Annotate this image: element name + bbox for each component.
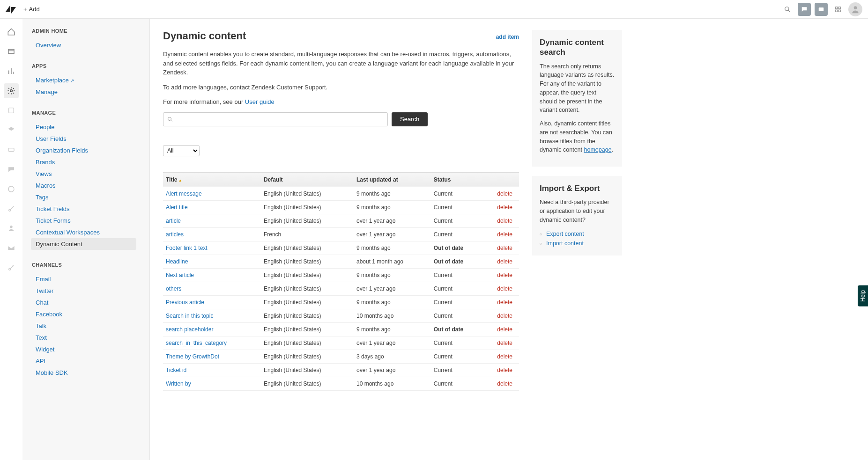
- row-title-link[interactable]: Previous article: [166, 299, 204, 306]
- search-icon[interactable]: [781, 3, 794, 16]
- row-title-link[interactable]: Alert message: [166, 190, 202, 197]
- sidebar[interactable]: ADMIN HOMEOverviewAPPSMarketplaceManageM…: [22, 19, 150, 460]
- avatar[interactable]: [848, 2, 862, 16]
- add-button[interactable]: + Add: [23, 6, 40, 13]
- sidebar-item-manage[interactable]: Manage: [32, 86, 149, 98]
- row-title-link[interactable]: search_in_this_category: [166, 340, 227, 346]
- sidebar-item-people[interactable]: People: [32, 121, 149, 133]
- sidebar-item-brands[interactable]: Brands: [32, 156, 149, 168]
- delete-link[interactable]: delete: [497, 353, 512, 360]
- delete-link[interactable]: delete: [497, 340, 512, 346]
- row-title-link[interactable]: search placeholder: [166, 326, 213, 333]
- help-tab[interactable]: Help: [858, 285, 868, 307]
- row-title-link[interactable]: articles: [166, 231, 184, 238]
- sidebar-item-mobile-sdk[interactable]: Mobile SDK: [32, 367, 149, 379]
- gear-icon[interactable]: [4, 83, 19, 98]
- add-item-link[interactable]: add item: [496, 34, 519, 40]
- row-updated: 9 months ago: [354, 268, 431, 282]
- row-title-link[interactable]: Headline: [166, 258, 188, 265]
- rail-icon-6[interactable]: [4, 123, 19, 138]
- plus-icon: +: [23, 6, 27, 13]
- row-title-link[interactable]: Next article: [166, 272, 194, 278]
- filter-select[interactable]: All: [163, 145, 200, 156]
- reporting-icon[interactable]: [4, 64, 19, 79]
- delete-link[interactable]: delete: [497, 218, 512, 224]
- sidebar-item-user-fields[interactable]: User Fields: [32, 133, 149, 145]
- row-status: Current: [431, 227, 483, 241]
- row-title-link[interactable]: article: [166, 218, 181, 224]
- row-title-link[interactable]: others: [166, 285, 181, 292]
- export-link[interactable]: Export content: [540, 229, 615, 239]
- search-button[interactable]: Search: [392, 112, 428, 126]
- delete-link[interactable]: delete: [497, 299, 512, 306]
- rail-icon-9[interactable]: [4, 182, 19, 197]
- tickets-icon[interactable]: [4, 44, 19, 59]
- delete-link[interactable]: delete: [497, 313, 512, 319]
- row-updated: 9 months ago: [354, 295, 431, 309]
- delete-link[interactable]: delete: [497, 272, 512, 278]
- chat-icon[interactable]: [798, 3, 811, 16]
- sidebar-item-twitter[interactable]: Twitter: [32, 285, 149, 297]
- sidebar-item-dynamic-content[interactable]: Dynamic Content: [31, 238, 136, 250]
- rail-icon-11[interactable]: [4, 221, 19, 236]
- notifications-icon[interactable]: [815, 3, 828, 16]
- sidebar-item-marketplace[interactable]: Marketplace: [32, 74, 149, 86]
- home-icon[interactable]: [4, 24, 19, 39]
- delete-link[interactable]: delete: [497, 204, 512, 211]
- rail-icon-10[interactable]: [4, 201, 19, 216]
- sidebar-item-talk[interactable]: Talk: [32, 320, 149, 332]
- rail-icon-5[interactable]: [4, 103, 19, 118]
- delete-link[interactable]: delete: [497, 285, 512, 292]
- sidebar-item-tags[interactable]: Tags: [32, 191, 149, 203]
- rail-icon-7[interactable]: [4, 142, 19, 157]
- row-default: English (United States): [261, 200, 354, 214]
- delete-link[interactable]: delete: [497, 245, 512, 251]
- delete-link[interactable]: delete: [497, 258, 512, 265]
- export-link[interactable]: Import content: [540, 239, 615, 248]
- col-title[interactable]: Title: [163, 172, 261, 187]
- sidebar-item-chat[interactable]: Chat: [32, 297, 149, 308]
- sidebar-item-ticket-forms[interactable]: Ticket Forms: [32, 215, 149, 226]
- search-input[interactable]: [173, 116, 384, 123]
- row-title-link[interactable]: Theme by GrowthDot: [166, 353, 219, 360]
- rail-icon-8[interactable]: [4, 162, 19, 177]
- delete-link[interactable]: delete: [497, 326, 512, 333]
- row-title-link[interactable]: Footer link 1 text: [166, 245, 208, 251]
- table-row: Theme by GrowthDotEnglish (United States…: [163, 350, 519, 363]
- table-row: HeadlineEnglish (United States)about 1 m…: [163, 255, 519, 268]
- user-guide-link[interactable]: User guide: [245, 98, 274, 105]
- sidebar-item-facebook[interactable]: Facebook: [32, 308, 149, 320]
- sidebar-item-email[interactable]: Email: [32, 273, 149, 285]
- col-updated[interactable]: Last updated at: [354, 172, 431, 187]
- delete-link[interactable]: delete: [497, 380, 512, 387]
- sidebar-item-overview[interactable]: Overview: [32, 39, 149, 51]
- sidebar-item-api[interactable]: API: [32, 355, 149, 367]
- row-title-link[interactable]: Written by: [166, 380, 191, 387]
- import-export-panel: Import & Export Need a third-party provi…: [532, 176, 622, 256]
- row-updated: 9 months ago: [354, 200, 431, 214]
- sidebar-item-contextual-workspaces[interactable]: Contextual Workspaces: [32, 226, 149, 238]
- intro-2: To add more languages, contact Zendesk C…: [163, 83, 519, 92]
- sidebar-item-widget[interactable]: Widget: [32, 343, 149, 355]
- delete-link[interactable]: delete: [497, 231, 512, 238]
- homepage-link[interactable]: homepage: [584, 146, 612, 153]
- row-title-link[interactable]: Alert title: [166, 204, 188, 211]
- intro-3-pre: For more information, see our: [163, 98, 245, 105]
- delete-link[interactable]: delete: [497, 190, 512, 197]
- sidebar-item-views[interactable]: Views: [32, 168, 149, 180]
- sidebar-item-ticket-fields[interactable]: Ticket Fields: [32, 203, 149, 215]
- delete-link[interactable]: delete: [497, 367, 512, 373]
- sidebar-item-organization-fields[interactable]: Organization Fields: [32, 145, 149, 156]
- col-status[interactable]: Status: [431, 172, 483, 187]
- svg-rect-4: [838, 7, 840, 8]
- apps-grid-icon[interactable]: [831, 3, 845, 16]
- content-table: Title Default Last updated at Status Ale…: [163, 172, 519, 391]
- row-updated: over 1 year ago: [354, 214, 431, 227]
- sidebar-item-text[interactable]: Text: [32, 332, 149, 343]
- sidebar-item-macros[interactable]: Macros: [32, 180, 149, 191]
- rail-icon-13[interactable]: [4, 260, 19, 275]
- row-title-link[interactable]: Ticket id: [166, 367, 186, 373]
- rail-icon-12[interactable]: [4, 241, 19, 256]
- row-title-link[interactable]: Search in this topic: [166, 313, 213, 319]
- col-default[interactable]: Default: [261, 172, 354, 187]
